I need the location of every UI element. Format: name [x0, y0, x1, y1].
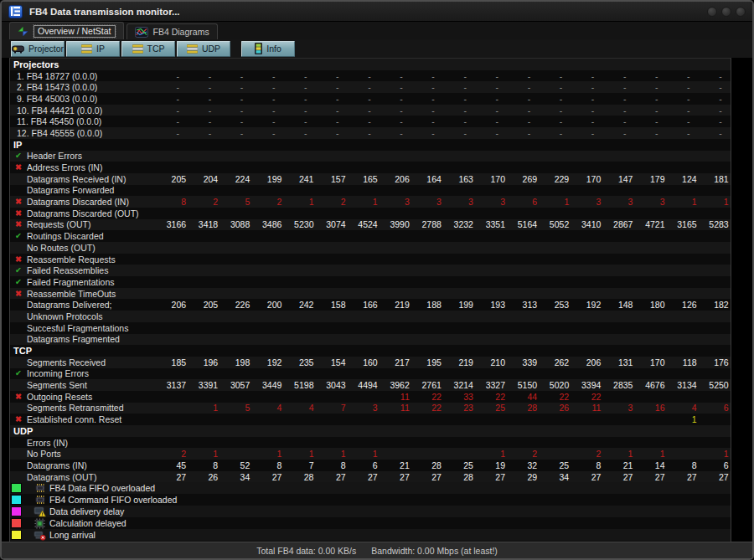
- value-cell: 1: [473, 449, 505, 459]
- tcp-button[interactable]: TCP: [121, 41, 175, 57]
- projector-button[interactable]: Projector: [11, 41, 65, 57]
- row-label: 12. FB4 45555 (0.0.0): [10, 128, 147, 138]
- udp-button[interactable]: UDP: [177, 41, 230, 57]
- button-label: Projector: [28, 44, 64, 54]
- value-cell: 7: [313, 403, 345, 413]
- value-cell: 3: [601, 403, 633, 413]
- stat-row: ✖Reassemble Requests: [10, 254, 731, 265]
- button-label: UDP: [202, 44, 220, 54]
- value-cell: -: [562, 116, 594, 126]
- stat-row: Segments Sent313733913057344951983043449…: [10, 379, 731, 391]
- value-cell: 3: [378, 197, 410, 207]
- value-cell: -: [179, 82, 211, 92]
- value-cell: 4: [281, 403, 313, 413]
- value-cell: 25: [537, 460, 569, 470]
- stat-row: ✖Reassemble TimeOuts: [10, 288, 731, 300]
- bandwidth-text: Bandwidth: 0.00 Mbps (at least!): [371, 546, 498, 556]
- ip-button[interactable]: IP: [66, 41, 120, 57]
- value-cell: 1: [537, 197, 569, 207]
- value-cell: 205: [186, 300, 218, 310]
- row-label: Datagrams Delivered;: [27, 300, 154, 310]
- value-cell: -: [594, 105, 626, 116]
- value-cell: 34: [537, 472, 569, 482]
- value-cell: -: [371, 105, 403, 116]
- value-cell: -: [275, 128, 307, 138]
- value-cell: 1: [186, 449, 218, 459]
- value-cell: 7: [281, 460, 313, 470]
- value-cell: -: [530, 105, 562, 116]
- value-cell: -: [658, 94, 690, 104]
- maximize-button[interactable]: [721, 7, 731, 17]
- stat-row: ✔Incoming Errors: [10, 368, 731, 380]
- value-cell: 5164: [505, 219, 537, 229]
- value-cell: 1: [697, 449, 729, 459]
- projector-row: 12. FB4 45555 (0.0.0)------------------: [10, 127, 731, 139]
- monitor-warning-icon: [33, 506, 47, 517]
- value-cell: 22: [410, 403, 442, 413]
- value-cell: 180: [633, 300, 664, 310]
- value-cell: 3043: [313, 380, 345, 390]
- info-button[interactable]: Info: [241, 41, 295, 57]
- value-cell: -: [435, 82, 467, 92]
- value-cell: 2867: [601, 219, 633, 229]
- check-icon: ✔: [15, 152, 27, 160]
- layers-icon: [187, 44, 198, 54]
- button-label: TCP: [147, 44, 165, 54]
- value-cell: -: [243, 71, 275, 81]
- value-cell: 27: [665, 472, 697, 482]
- tab-fb4-diagrams[interactable]: FB4 Diagrams: [127, 23, 218, 39]
- value-cell: 2788: [410, 219, 442, 229]
- tab-overview-netstat[interactable]: Overview / NetStat: [9, 22, 124, 39]
- window-title: FB4 Data transmission monitor...: [29, 7, 180, 17]
- row-label: Segments Sent: [27, 380, 154, 390]
- value-cell: 185: [154, 357, 186, 367]
- value-cell: -: [626, 116, 658, 126]
- value-cell: 3: [442, 197, 473, 207]
- value-cell: 25: [442, 460, 473, 470]
- value-cell: 6: [505, 197, 537, 207]
- stat-row: Datagrams (IN)45852878621282519322582114…: [10, 460, 731, 471]
- value-cell: -: [403, 71, 435, 81]
- section-title: TCP: [10, 346, 32, 356]
- value-cell: 1: [313, 449, 345, 459]
- value-cell: 16: [633, 403, 664, 413]
- value-cell: -: [467, 116, 498, 126]
- value-cell: 182: [697, 300, 729, 310]
- chip-icon: [33, 495, 47, 505]
- window-controls: [707, 7, 746, 17]
- value-cell: 19: [473, 460, 505, 470]
- value-cell: -: [690, 71, 722, 81]
- row-label: Established conn. Reset: [27, 414, 154, 424]
- value-cell: -: [626, 128, 658, 138]
- value-cell: 26: [537, 403, 569, 413]
- value-cell: 2: [505, 449, 537, 459]
- value-cell: 3: [346, 403, 378, 413]
- value-cell: 166: [346, 300, 378, 310]
- value-cell: 242: [281, 300, 313, 310]
- value-cell: 1: [250, 449, 281, 459]
- value-cell: 33: [442, 392, 473, 402]
- value-cell: 154: [313, 357, 345, 367]
- value-cell: -: [211, 94, 243, 104]
- cross-icon: ✖: [15, 220, 27, 229]
- legend: FB4 Data FIFO overloadedFB4 Command FIFO…: [10, 482, 731, 542]
- value-cell: -: [467, 82, 498, 92]
- close-button[interactable]: [736, 7, 746, 17]
- legend-label: FB4 Command FIFO overloaded: [49, 495, 177, 505]
- title-bar[interactable]: FB4 Data transmission monitor...: [2, 2, 752, 22]
- stat-row: ✔Routings Discarded: [10, 230, 731, 242]
- value-cell: -: [594, 94, 626, 104]
- value-cell: -: [147, 128, 179, 138]
- value-cell: -: [498, 82, 530, 92]
- minimize-button[interactable]: [707, 7, 717, 17]
- stat-row: No Ports211111122111: [10, 448, 731, 460]
- cross-icon: ✖: [15, 209, 27, 218]
- value-cell: 229: [537, 174, 569, 184]
- value-cell: 8: [665, 460, 697, 470]
- value-cell: 52: [218, 460, 250, 470]
- value-cell: -: [179, 94, 211, 104]
- value-cell: -: [275, 105, 307, 116]
- value-cell: 6: [346, 460, 378, 470]
- value-cell: 124: [665, 174, 697, 184]
- cross-icon: ✖: [15, 290, 27, 298]
